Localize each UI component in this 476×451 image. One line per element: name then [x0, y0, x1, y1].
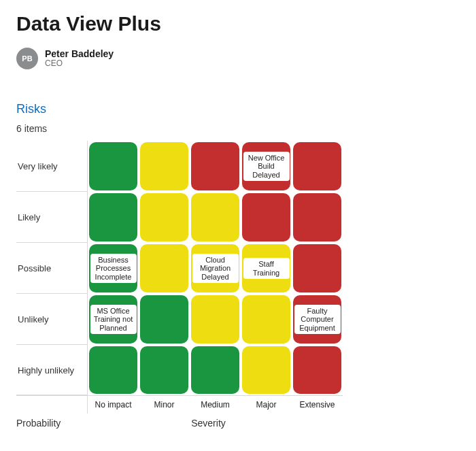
matrix-cell[interactable] — [140, 244, 188, 293]
col-header: Medium — [190, 396, 241, 414]
matrix-cell[interactable] — [140, 142, 188, 190]
risk-chip[interactable]: New Office Build Delayed — [243, 152, 290, 182]
matrix-cell[interactable]: Business Processes Incomplete — [89, 244, 137, 293]
matrix-cell[interactable]: New Office Build Delayed — [242, 142, 290, 190]
matrix-cell[interactable]: Staff Training — [242, 244, 290, 293]
section-title[interactable]: Risks — [16, 102, 460, 116]
matrix-cell[interactable]: Cloud Migration Delayed — [191, 244, 239, 293]
matrix-cell[interactable] — [293, 142, 341, 190]
matrix-cell[interactable] — [140, 346, 188, 394]
matrix-cell[interactable] — [293, 346, 341, 394]
col-header: Major — [241, 396, 292, 414]
matrix-cell[interactable] — [191, 193, 239, 241]
matrix-cell[interactable]: Faulty Computer Equipment — [293, 295, 341, 344]
matrix-cell[interactable] — [191, 142, 239, 190]
matrix-cell[interactable] — [293, 193, 341, 241]
matrix-cell[interactable] — [242, 193, 290, 241]
risk-matrix: Very likely New Office Build Delayed Lik… — [16, 141, 363, 429]
matrix-cell[interactable] — [242, 346, 290, 394]
matrix-cell[interactable] — [191, 346, 239, 394]
avatar[interactable]: PB — [16, 48, 38, 69]
matrix-cell[interactable] — [140, 193, 188, 241]
risk-chip[interactable]: Cloud Migration Delayed — [192, 254, 239, 284]
author-row: PB Peter Baddeley CEO — [16, 48, 460, 69]
matrix-cell[interactable] — [89, 193, 137, 241]
matrix-cell[interactable] — [140, 295, 188, 344]
risk-chip[interactable]: MS Office Training not Planned — [90, 305, 137, 335]
item-count: 6 items — [16, 123, 460, 134]
risk-chip[interactable]: Faulty Computer Equipment — [294, 305, 341, 335]
page-title: Data View Plus — [16, 12, 460, 35]
col-header: Extensive — [292, 396, 343, 414]
matrix-cell[interactable] — [242, 295, 290, 344]
matrix-cell[interactable] — [293, 244, 341, 293]
matrix-cell[interactable] — [89, 142, 137, 190]
author-name: Peter Baddeley — [45, 49, 114, 59]
col-header: Minor — [139, 396, 190, 414]
author-role: CEO — [45, 59, 114, 68]
matrix-cell[interactable] — [191, 295, 239, 344]
col-header: No impact — [88, 396, 139, 414]
risk-chip[interactable]: Staff Training — [243, 258, 290, 279]
row-header: Likely — [16, 192, 88, 243]
matrix-cell[interactable]: MS Office Training not Planned — [89, 295, 137, 344]
x-axis-label: Severity — [54, 418, 363, 429]
row-header: Very likely — [16, 141, 88, 192]
risk-chip[interactable]: Business Processes Incomplete — [90, 254, 137, 284]
row-header: Unlikely — [16, 294, 88, 345]
row-header: Possible — [16, 243, 88, 294]
row-header: Highly unlikely — [16, 345, 88, 396]
matrix-cell[interactable] — [89, 346, 137, 394]
